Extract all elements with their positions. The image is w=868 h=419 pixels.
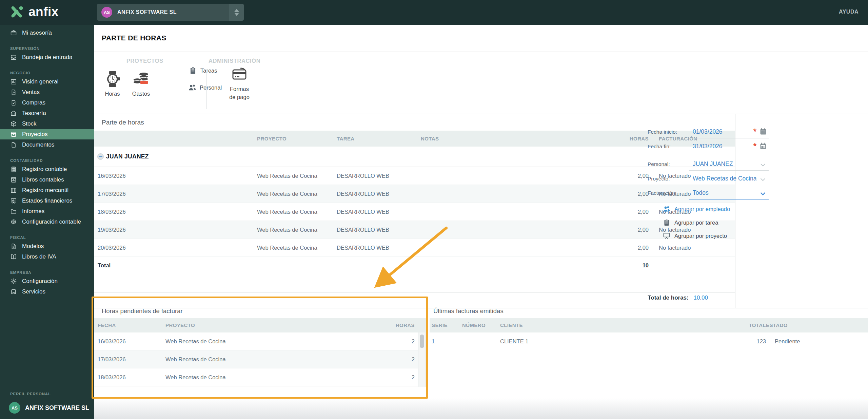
profile-account-name: ANFIX SOFTWARE SL xyxy=(25,404,89,412)
archive-icon xyxy=(10,131,17,138)
profile-account[interactable]: AS ANFIX SOFTWARE SL xyxy=(0,402,94,414)
tool-horas[interactable]: Horas xyxy=(103,70,122,98)
sidebar-item-proyectos[interactable]: Proyectos xyxy=(0,129,94,139)
gear-circle-icon xyxy=(10,218,17,225)
timesheet-section-title: Parte de horas xyxy=(102,119,144,126)
filter-fecha-inicio: Fecha inicio: 01/03/2026 * xyxy=(648,126,865,139)
timesheet-row[interactable]: 20/03/2026 Web Recetas de Cocina DESARRO… xyxy=(94,239,735,257)
timesheet-row[interactable]: 18/03/2026 Web Recetas de Cocina DESARRO… xyxy=(94,203,735,221)
timesheet-row[interactable]: 17/03/2026 Web Recetas de Cocina DESARRO… xyxy=(94,185,735,203)
timesheet-total-row: Total 10 xyxy=(94,256,735,274)
pending-hours-title: Horas pendientes de facturar xyxy=(102,307,183,315)
anfix-logo[interactable]: anfix xyxy=(10,5,59,19)
sidebar-item-bandeja-de-entrada[interactable]: Bandeja de entrada xyxy=(0,52,94,62)
sidebar-item-registro-contable[interactable]: Registro contable xyxy=(0,164,94,174)
scrollbar-thumb[interactable] xyxy=(420,335,424,348)
group-by-employee[interactable]: Agrupar por empleado xyxy=(663,204,730,214)
pending-hours-row[interactable]: 18/03/2026 Web Recetas de Cocina 2 xyxy=(94,368,427,386)
fecha-inicio-field[interactable]: 01/03/2026 * xyxy=(689,126,769,138)
sidebar-item-estados-financieros[interactable]: Estados financieros xyxy=(0,195,94,206)
invoice-row[interactable]: 1 CLIENTE 1 123 Pendiente xyxy=(430,332,868,350)
company-selector-arrows-icon[interactable] xyxy=(229,4,244,21)
people-icon xyxy=(663,205,671,213)
chevron-down-icon[interactable] xyxy=(759,190,767,197)
chevron-down-icon[interactable] xyxy=(759,161,767,169)
sidebar-item-documentos[interactable]: Documentos xyxy=(0,139,94,150)
tool-formas-de-pago[interactable]: Formasde pago xyxy=(227,65,252,101)
sidebar-item-mi-asesoria[interactable]: Mi asesoría xyxy=(0,27,94,38)
group-by-task[interactable]: Agrupar por tarea xyxy=(663,217,718,228)
group-employee-name: JUAN JUANEZ xyxy=(106,153,149,160)
page-bottom-fade xyxy=(94,398,868,419)
timesheet-row[interactable]: 19/03/2026 Web Recetas de Cocina DESARRO… xyxy=(94,221,735,239)
timesheet-header-row: PROYECTO TAREA NOTAS HORAS FACTURACIÓN xyxy=(94,131,735,147)
columns-icon xyxy=(10,187,17,194)
group-by-project[interactable]: Agrupar por proyecto xyxy=(663,231,727,241)
pending-hours-row[interactable]: 16/03/2026 Web Recetas de Cocina 2 xyxy=(94,332,427,350)
sidebar-item-configuracion-contable[interactable]: Configuración contable xyxy=(0,216,94,227)
divider xyxy=(94,114,868,114)
calendar-icon[interactable] xyxy=(759,128,767,136)
sidebar-item-informes[interactable]: Informes xyxy=(0,206,94,216)
briefcase-icon xyxy=(10,30,17,36)
sidebar-item-stock[interactable]: Stock xyxy=(0,118,94,129)
company-avatar: AS xyxy=(101,7,112,18)
profile-section-label: PERFIL PERSONAL xyxy=(0,391,94,397)
watch-icon xyxy=(104,70,121,88)
total-hours-footer: Total de horas: 10,00 xyxy=(616,294,708,301)
shop-icon xyxy=(10,288,17,295)
scrollbar-track[interactable] xyxy=(418,332,426,387)
folder-icon xyxy=(10,208,17,215)
sidebar-item-ventas[interactable]: Ventas xyxy=(0,87,94,97)
timesheet-row[interactable]: 16/03/2026 Web Recetas de Cocina DESARRO… xyxy=(94,167,735,185)
proyecto-select[interactable]: Web Recetas de Cocina xyxy=(689,172,769,185)
sidebar-item-modelos[interactable]: Modelos xyxy=(0,241,94,251)
pending-hours-header-row: FECHA PROYECTO HORAS xyxy=(94,318,427,332)
personal-select[interactable]: JUAN JUANEZ xyxy=(689,158,769,171)
collapse-group-icon[interactable] xyxy=(97,153,104,160)
col-horas: HORAS xyxy=(567,136,649,141)
calendar-icon[interactable] xyxy=(759,142,767,150)
required-asterisk: * xyxy=(753,141,756,151)
tool-tareas[interactable]: Tareas xyxy=(189,66,217,75)
file-x-icon xyxy=(10,243,17,250)
divider xyxy=(94,292,735,293)
total-hours-value: 10 xyxy=(567,262,649,269)
gear-icon xyxy=(10,278,17,285)
fecha-fin-field[interactable]: 31/03/2026 * xyxy=(689,140,769,153)
coins-icon xyxy=(132,70,150,88)
invoices-title: Últimas facturas emitidas xyxy=(433,307,504,315)
chevron-down-icon[interactable] xyxy=(759,176,767,183)
sidebar-item-servicios[interactable]: Servicios xyxy=(0,286,94,297)
company-selector[interactable]: AS ANFIX SOFTWARE SL xyxy=(97,4,244,21)
divider xyxy=(94,52,868,52)
book-open-icon xyxy=(10,253,17,260)
sidebar-item-compras[interactable]: Compras xyxy=(0,97,94,108)
sidebar-item-libros-de-iva[interactable]: Libros de IVA xyxy=(0,251,94,262)
help-link[interactable]: AYUDA xyxy=(839,9,859,15)
filter-proyecto: Proyecto: Web Recetas de Cocina xyxy=(648,172,865,186)
ribbon-group-proyectos: PROYECTOS xyxy=(126,58,163,64)
sidebar-item-configuracion[interactable]: Configuración xyxy=(0,276,94,286)
pending-hours-row[interactable]: 17/03/2026 Web Recetas de Cocina 2 xyxy=(94,350,427,368)
facturacion-select[interactable]: Todos xyxy=(689,187,769,199)
company-name: ANFIX SOFTWARE SL xyxy=(117,9,229,15)
tool-gastos[interactable]: Gastos xyxy=(131,70,151,98)
clipboard-icon xyxy=(663,218,671,227)
invoice-status: Pendiente xyxy=(766,338,868,345)
sidebar-item-vision-general[interactable]: Visión general xyxy=(0,76,94,87)
filter-personal: Personal: JUAN JUANEZ xyxy=(648,158,865,171)
col-proyecto: PROYECTO xyxy=(257,136,337,141)
total-hours-footer-value: 10,00 xyxy=(693,294,708,301)
sidebar-item-libros-contables[interactable]: Libros contables xyxy=(0,174,94,185)
main-content: PARTE DE HORAS PROYECTOS ADMINISTRACIÓN … xyxy=(94,25,868,419)
sidebar-item-tesoreria[interactable]: Tesorería xyxy=(0,108,94,118)
ledger-icon xyxy=(10,176,17,183)
tool-personal[interactable]: Personal xyxy=(188,83,222,92)
timesheet-group-row: JUAN JUANEZ xyxy=(94,147,735,167)
credit-card-icon xyxy=(231,65,248,83)
filter-facturacion: Facturación: Todos xyxy=(648,187,865,200)
sidebar-item-registro-mercantil[interactable]: Registro mercantil xyxy=(0,185,94,195)
required-asterisk: * xyxy=(753,127,756,136)
sidebar: Mi asesoría SUPERVISIÓN Bandeja de entra… xyxy=(0,25,94,419)
